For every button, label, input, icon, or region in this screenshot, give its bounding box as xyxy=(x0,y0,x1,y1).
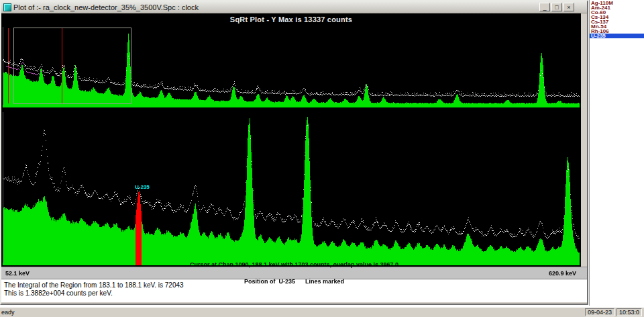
plot-window: Plot of :- ra_clock_new-detector_35%_350… xyxy=(0,0,588,305)
statusbar: eady 09-04-23 10:53:0 xyxy=(0,307,644,317)
axis-right-label: 620.9 keV xyxy=(549,270,576,277)
expanded-spectrum-canvas[interactable] xyxy=(3,109,580,265)
maximize-button[interactable]: □ xyxy=(551,3,562,11)
axis-strip: 52.1 keV Cursor at Chan 1090, 188.1 keV … xyxy=(1,267,587,279)
window-title: Plot of :- ra_clock_new-detector_35%_350… xyxy=(13,2,537,13)
overview-spectrum-canvas[interactable] xyxy=(3,24,580,107)
status-message: eady xyxy=(0,309,585,316)
plot-area: SqRt Plot - Y Max is 13337 counts U-235 xyxy=(1,13,581,267)
cursor-status: Cursor at Chan 1090, 188.1 keV with 1703… xyxy=(1,251,587,296)
close-button[interactable]: × xyxy=(564,3,574,11)
window-controls: _ □ × xyxy=(539,3,574,11)
isotope-item-u-235[interactable]: U-235 xyxy=(590,34,644,38)
position-status-line: Position of U-235 Lines marked xyxy=(1,279,587,285)
status-time: 10:53:0 xyxy=(616,308,642,316)
plot-header: SqRt Plot - Y Max is 13337 counts xyxy=(1,15,581,24)
window-titlebar[interactable]: Plot of :- ra_clock_new-detector_35%_350… xyxy=(1,1,587,13)
app-icon xyxy=(3,3,11,11)
status-date: 09-04-23 xyxy=(585,308,614,316)
axis-left-label: 52.1 keV xyxy=(5,270,30,277)
screen: Plot of :- ra_clock_new-detector_35%_350… xyxy=(0,0,644,317)
roi-label: U-235 xyxy=(135,184,150,190)
minimize-button[interactable]: _ xyxy=(539,3,550,11)
isotope-list: Ag-110MAm-241Co-60Cs-134Cs-137Mn-54Rh-10… xyxy=(589,0,644,306)
cursor-status-line: Cursor at Chan 1090, 188.1 keV with 1703… xyxy=(1,262,587,268)
